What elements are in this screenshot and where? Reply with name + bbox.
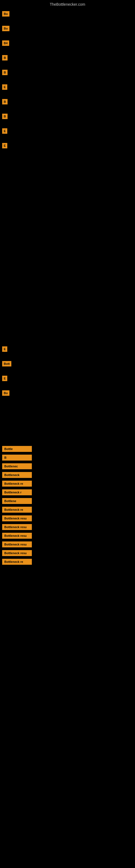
- empty-space-1: [0, 153, 135, 343]
- lower-btn-row-14: Bottleneck re: [2, 559, 133, 565]
- lower-btn-row-8: Bottleneck re: [2, 507, 133, 513]
- top-btn-6[interactable]: E: [2, 84, 7, 90]
- lower-btn-11[interactable]: Bottleneck resu: [2, 533, 32, 539]
- top-btn-3[interactable]: B4: [2, 40, 9, 46]
- lower-btn-row-7: Bottlene: [2, 498, 133, 504]
- mid-buttons-section: E Bott E Bo: [0, 343, 135, 400]
- lower-btn-row-11: Bottleneck resu: [2, 533, 133, 539]
- mid-btn-3[interactable]: E: [2, 376, 7, 381]
- lower-btn-row-1: Bottle: [2, 446, 133, 452]
- top-btn-7[interactable]: B: [2, 99, 8, 104]
- lower-btn-12[interactable]: Bottleneck resu: [2, 541, 32, 547]
- mid-btn-1[interactable]: E: [2, 346, 7, 352]
- lower-btn-8[interactable]: Bottleneck re: [2, 507, 32, 513]
- lower-btn-7[interactable]: Bottlene: [2, 498, 32, 504]
- lower-btn-row-5: Bottleneck re: [2, 480, 133, 487]
- lower-btn-row-13: Bottleneck resu: [2, 550, 133, 556]
- btn-row-1: Bo: [2, 10, 133, 19]
- btn-row-4: B: [2, 54, 133, 62]
- top-btn-5[interactable]: B: [2, 70, 8, 75]
- btn-row-3: B4: [2, 40, 133, 48]
- lower-btn-row-9: Bottleneck resu: [2, 516, 133, 521]
- lower-btn-6[interactable]: Bottleneck r: [2, 489, 32, 495]
- btn-row-7: B: [2, 98, 133, 106]
- lower-btn-row-2: B: [2, 455, 133, 461]
- lower-btn-5[interactable]: Bottleneck re: [2, 480, 32, 487]
- lower-btn-row-10: Bottleneck resu: [2, 524, 133, 530]
- btn-row-9: E: [2, 127, 133, 135]
- lower-btn-row-3: Bottlenec: [2, 463, 133, 469]
- btn-row-2: Bo: [2, 25, 133, 33]
- top-btn-1[interactable]: Bo: [2, 11, 9, 17]
- lower-btn-14[interactable]: Bottleneck re: [2, 559, 32, 565]
- top-btn-8[interactable]: B: [2, 114, 8, 119]
- btn-row-10: E: [2, 142, 133, 150]
- top-btn-10[interactable]: E: [2, 143, 7, 148]
- site-title: TheBottlenecker.com: [0, 0, 135, 8]
- lower-buttons-section: Bottle B Bottlenec Bottleneck Bottleneck…: [0, 441, 135, 569]
- mid-btn-2[interactable]: Bott: [2, 361, 11, 367]
- top-buttons-section: Bo Bo B4 B B E B B E E: [0, 8, 135, 153]
- mid-btn-row-3: E: [2, 375, 133, 383]
- mid-btn-row-1: E: [2, 346, 133, 354]
- mid-btn-row-2: Bott: [2, 360, 133, 368]
- lower-btn-row-4: Bottleneck: [2, 472, 133, 478]
- top-btn-2[interactable]: Bo: [2, 26, 9, 31]
- lower-btn-3[interactable]: Bottlenec: [2, 463, 32, 469]
- mid-btn-row-4: Bo: [2, 390, 133, 398]
- lower-btn-10[interactable]: Bottleneck resu: [2, 524, 32, 530]
- lower-btn-2[interactable]: B: [2, 455, 32, 461]
- lower-btn-1[interactable]: Bottle: [2, 446, 32, 452]
- lower-btn-9[interactable]: Bottleneck resu: [2, 516, 32, 521]
- lower-btn-row-6: Bottleneck r: [2, 489, 133, 495]
- top-btn-9[interactable]: E: [2, 128, 7, 134]
- lower-btn-13[interactable]: Bottleneck resu: [2, 550, 32, 556]
- btn-row-6: E: [2, 84, 133, 92]
- mid-btn-4[interactable]: Bo: [2, 390, 9, 396]
- lower-btn-4[interactable]: Bottleneck: [2, 472, 32, 478]
- btn-row-5: B: [2, 69, 133, 77]
- top-btn-4[interactable]: B: [2, 55, 8, 61]
- lower-btn-row-12: Bottleneck resu: [2, 541, 133, 547]
- empty-space-2: [0, 400, 135, 441]
- btn-row-8: B: [2, 113, 133, 121]
